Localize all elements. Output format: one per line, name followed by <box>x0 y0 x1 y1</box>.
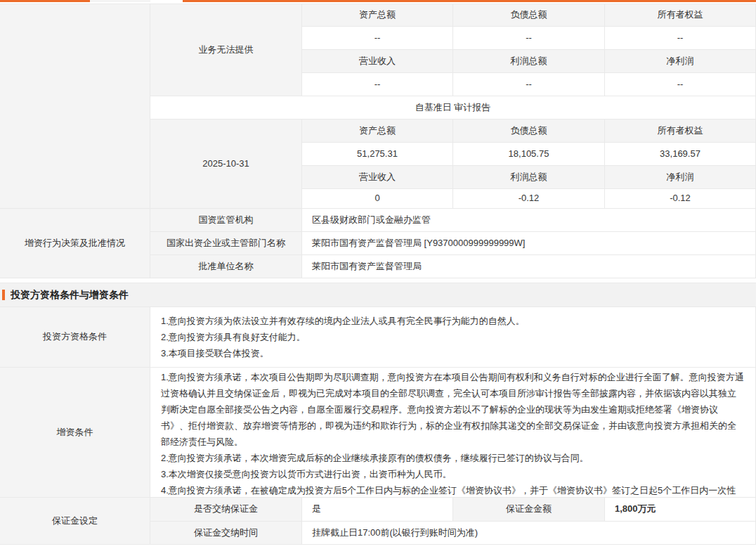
deposit-time-label: 保证金交纳时间 <box>150 522 302 545</box>
metric-value: 0 <box>374 193 379 205</box>
conditions-section-header: 投资方资格条件与增资条件 <box>0 283 756 307</box>
metric-header-liabilities: 负债总额 <box>453 120 605 143</box>
approving-unit-label: 批准单位名称 <box>150 255 302 278</box>
metric-value-net-profit-unavailable: -- <box>605 73 756 96</box>
metric-value: -- <box>677 32 684 44</box>
metric-header-label: 净利润 <box>667 56 694 67</box>
row-label: 国资监管机构 <box>199 214 254 226</box>
row-value: 是 <box>312 503 321 515</box>
deposit-pay-label: 是否交纳保证金 <box>150 498 302 522</box>
metric-value-net-profit: -0.12 <box>605 189 756 209</box>
metric-header-label: 负债总额 <box>511 9 547 21</box>
metric-header-assets: 资产总额 <box>302 4 453 27</box>
eligibility-item: 1.意向投资方须为依法设立并有效存续的境内企业法人或具有完全民事行为能力的自然人… <box>161 313 745 329</box>
deposit-time-value: 挂牌截止日17:00前(以银行到账时间为准) <box>302 522 756 545</box>
row-value: 区县级财政部门或金融办监管 <box>312 214 431 226</box>
row-label: 保证金交纳时间 <box>194 527 258 539</box>
metric-header-net-profit: 净利润 <box>605 50 756 73</box>
metric-value-revenue: 0 <box>302 189 453 209</box>
metric-value: -- <box>526 32 532 44</box>
base-date: 2025-10-31 <box>202 158 249 170</box>
state-funded-enterprise-value: 莱阳市国有资产监督管理局 [Y9370000999999999W] <box>302 232 756 255</box>
metric-header-revenue: 营业收入 <box>302 166 453 189</box>
metric-header-label: 负债总额 <box>511 125 547 137</box>
metric-header-label: 所有者权益 <box>658 9 703 21</box>
metric-header-label: 所有者权益 <box>658 125 703 137</box>
terms-item: 1.意向投资方须承诺，本次项目公告期即为尽职调查期，意向投资方在本项目公告期间有… <box>161 369 745 450</box>
metric-header-label: 营业收入 <box>359 56 396 67</box>
state-funded-enterprise-label: 国家出资企业或主管部门名称 <box>150 232 302 255</box>
deposit-amount-label: 保证金金额 <box>453 498 605 522</box>
metric-header-label: 净利润 <box>667 172 694 183</box>
metric-value-liabilities: 18,105.75 <box>453 143 605 166</box>
metric-value: 18,105.75 <box>509 148 549 160</box>
audit-report-title-row: 自基准日 审计报告 <box>150 96 756 120</box>
financial-period-base-date-cell: 2025-10-31 <box>150 120 302 209</box>
row-value: 莱阳市国有资产监督管理局 [Y9370000999999999W] <box>312 238 525 250</box>
metric-value-assets: 51,275.31 <box>302 143 453 166</box>
row-value: 挂牌截止日17:00前(以银行到账时间为准) <box>312 527 478 539</box>
metric-header-label: 利润总额 <box>511 172 547 183</box>
row-label: 保证金金额 <box>506 503 552 515</box>
financial-row-group-label-empty <box>0 4 150 209</box>
metric-header-label: 资产总额 <box>359 9 396 21</box>
row-value: 1,800万元 <box>615 503 656 515</box>
metric-header-assets: 资产总额 <box>302 120 453 143</box>
metric-value-liabilities-unavailable: -- <box>453 27 605 50</box>
eligibility-content: 1.意向投资方须为依法设立并有效存续的境内企业法人或具有完全民事行为能力的自然人… <box>150 307 756 368</box>
metric-header-total-profit: 利润总额 <box>453 166 605 189</box>
deposit-section-label: 保证金设定 <box>52 515 98 527</box>
approving-unit-value: 莱阳市国有资产监督管理局 <box>302 255 756 278</box>
top-orange-strip-right <box>183 0 756 2</box>
metric-value: -- <box>526 79 532 91</box>
metric-header-net-profit: 净利润 <box>605 166 756 189</box>
metric-value: -- <box>374 32 381 44</box>
financial-period-unavailable-cell: 业务无法提供 <box>150 4 302 96</box>
regulator-label: 国资监管机构 <box>150 209 302 232</box>
metric-value: -- <box>374 79 381 91</box>
row-label: 批准单位名称 <box>199 261 254 273</box>
eligibility-label: 投资方资格条件 <box>43 331 107 343</box>
row-label: 国家出资企业或主管部门名称 <box>167 238 285 250</box>
approval-section-label: 增资行为决策及批准情况 <box>0 209 150 278</box>
metric-header-label: 利润总额 <box>511 56 547 67</box>
metric-header-revenue: 营业收入 <box>302 50 453 73</box>
terms-label-cell: 增资条件 <box>0 368 150 498</box>
row-label: 是否交纳保证金 <box>194 503 258 515</box>
metric-header-equity: 所有者权益 <box>605 4 756 27</box>
metric-value-total-profit-unavailable: -- <box>453 73 605 96</box>
terms-label: 增资条件 <box>57 427 93 439</box>
metric-header-total-profit: 利润总额 <box>453 50 605 73</box>
metric-header-label: 营业收入 <box>359 172 396 183</box>
top-gray-strip <box>90 0 150 2</box>
conditions-section-title: 投资方资格条件与增资条件 <box>11 289 129 302</box>
metric-header-liabilities: 负债总额 <box>453 4 605 27</box>
approval-section-label-text: 增资行为决策及批准情况 <box>25 238 125 250</box>
eligibility-item: 3.本项目接受联合体投资。 <box>161 345 745 361</box>
eligibility-label-cell: 投资方资格条件 <box>0 307 150 368</box>
deposit-section-label-cell: 保证金设定 <box>0 498 150 545</box>
terms-content: 1.意向投资方须承诺，本次项目公告期即为尽职调查期，意向投资方在本项目公告期间有… <box>150 368 756 498</box>
metric-value-equity: 33,169.57 <box>605 143 756 166</box>
metric-value-total-profit: -0.12 <box>453 189 605 209</box>
metric-value: -0.12 <box>670 193 691 205</box>
metric-value: -0.12 <box>519 193 540 205</box>
financial-unavailable-label: 业务无法提供 <box>199 44 254 56</box>
metric-value: 51,275.31 <box>357 148 398 160</box>
deposit-amount-value: 1,800万元 <box>605 498 756 522</box>
metric-value-assets-unavailable: -- <box>302 27 453 50</box>
metric-value: 33,169.57 <box>660 148 700 160</box>
metric-value: -- <box>677 79 684 91</box>
metric-value-revenue-unavailable: -- <box>302 73 453 96</box>
regulator-value: 区县级财政部门或金融办监管 <box>302 209 756 232</box>
metric-value-equity-unavailable: -- <box>605 27 756 50</box>
row-value: 莱阳市国有资产监督管理局 <box>312 261 422 273</box>
deposit-pay-value: 是 <box>302 498 453 522</box>
metric-header-equity: 所有者权益 <box>605 120 756 143</box>
terms-item: 3.本次增资仅接受意向投资方以货币方式进行出资，出资币种为人民币。 <box>161 466 745 482</box>
eligibility-item: 2.意向投资方须具有良好支付能力。 <box>161 329 745 345</box>
section-accent-bar-icon <box>2 290 5 300</box>
top-orange-strip-left <box>0 0 90 2</box>
metric-header-label: 资产总额 <box>359 125 396 137</box>
audit-report-title: 自基准日 审计报告 <box>415 102 491 114</box>
